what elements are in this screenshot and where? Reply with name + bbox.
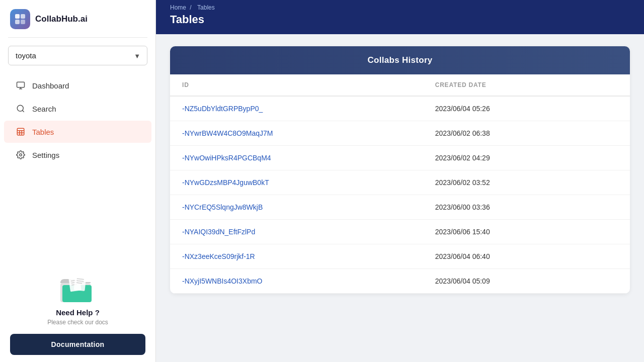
cell-date: 2023/06/02 04:29 bbox=[423, 146, 630, 170]
breadcrumb: Home / Tables bbox=[170, 4, 630, 11]
table-row[interactable]: -NZ5uDbYldtGRPBypP0_2023/06/04 05:26 bbox=[170, 96, 630, 121]
table-row[interactable]: -NYAIQI39dN_EftFzlPd2023/06/06 15:40 bbox=[170, 220, 630, 244]
search-icon bbox=[16, 104, 25, 113]
sidebar-item-search[interactable]: Search bbox=[4, 98, 151, 120]
svg-rect-4 bbox=[17, 82, 25, 87]
content-area: Collabs History ID CREATED DATE -NZ5uDbY… bbox=[156, 34, 644, 362]
svg-rect-2 bbox=[15, 20, 20, 24]
cell-id: -NZ5uDbYldtGRPBypP0_ bbox=[170, 96, 423, 121]
help-title: Need Help ? bbox=[56, 308, 100, 317]
monitor-icon bbox=[16, 81, 25, 90]
table-card-header: Collabs History bbox=[170, 46, 630, 74]
cell-date: 2023/06/04 06:40 bbox=[423, 244, 630, 269]
breadcrumb-separator: / bbox=[190, 4, 193, 11]
sidebar-item-tables-label: Tables bbox=[32, 128, 54, 136]
page-header: Home / Tables Tables bbox=[156, 0, 644, 34]
cell-date: 2023/06/04 05:09 bbox=[423, 269, 630, 294]
documentation-button[interactable]: Documentation bbox=[10, 334, 145, 355]
svg-rect-0 bbox=[15, 14, 20, 19]
svg-rect-9 bbox=[17, 128, 24, 135]
sidebar-item-dashboard[interactable]: Dashboard bbox=[4, 74, 151, 97]
cell-id: -NYwGDzsMBP4JguwB0kT bbox=[170, 170, 423, 195]
table-row[interactable]: -NXyjI5WNBIs4OI3XbmO2023/06/04 05:09 bbox=[170, 269, 630, 294]
nav-menu: Dashboard Search Tables bbox=[0, 69, 155, 171]
table-row[interactable]: -NYwGDzsMBP4JguwB0kT2023/06/02 03:52 bbox=[170, 170, 630, 195]
breadcrumb-current: Tables bbox=[197, 4, 215, 11]
main-content: Home / Tables Tables Collabs History ID … bbox=[156, 0, 644, 362]
sidebar-item-search-label: Search bbox=[32, 105, 56, 113]
table-row[interactable]: -NYCrEQ5SlqngJw8WkjB2023/06/00 03:36 bbox=[170, 195, 630, 220]
help-subtitle: Please check our docs bbox=[47, 319, 108, 326]
tenant-dropdown-wrap: toyotahondabmw ▼ bbox=[0, 38, 155, 69]
sidebar-item-settings[interactable]: Settings bbox=[4, 144, 151, 166]
table-title: Collabs History bbox=[367, 55, 432, 65]
settings-icon bbox=[16, 150, 25, 159]
table-row[interactable]: -NXz3eeKceS09rjkf-1R2023/06/04 06:40 bbox=[170, 244, 630, 269]
breadcrumb-home[interactable]: Home bbox=[170, 4, 186, 11]
collabs-history-card: Collabs History ID CREATED DATE -NZ5uDbY… bbox=[170, 46, 630, 294]
col-header-date: CREATED DATE bbox=[423, 74, 630, 96]
svg-line-8 bbox=[22, 110, 24, 112]
collabs-table: ID CREATED DATE -NZ5uDbYldtGRPBypP0_2023… bbox=[170, 74, 630, 294]
help-illustration bbox=[55, 268, 101, 308]
cell-date: 2023/06/02 03:52 bbox=[423, 170, 630, 195]
sidebar: CollabHub.ai toyotahondabmw ▼ Dashboard bbox=[0, 0, 156, 362]
cell-id: -NYCrEQ5SlqngJw8WkjB bbox=[170, 195, 423, 220]
table-body: -NZ5uDbYldtGRPBypP0_2023/06/04 05:26-NYw… bbox=[170, 96, 630, 294]
col-header-id: ID bbox=[170, 74, 423, 96]
svg-point-7 bbox=[17, 105, 23, 111]
tables-icon bbox=[16, 127, 25, 136]
logo-area: CollabHub.ai bbox=[0, 0, 155, 37]
sidebar-item-settings-label: Settings bbox=[32, 151, 59, 159]
logo-icon bbox=[10, 9, 30, 29]
svg-rect-3 bbox=[21, 20, 25, 24]
app-name: CollabHub.ai bbox=[35, 14, 88, 24]
sidebar-item-dashboard-label: Dashboard bbox=[32, 81, 69, 90]
cell-id: -NYwrBW4W4C8O9MaqJ7M bbox=[170, 121, 423, 146]
svg-point-14 bbox=[20, 154, 22, 156]
cell-date: 2023/06/06 15:40 bbox=[423, 220, 630, 244]
table-row[interactable]: -NYwrBW4W4C8O9MaqJ7M2023/06/02 06:38 bbox=[170, 121, 630, 146]
table-row[interactable]: -NYwOwiHPksR4PGCBqM42023/06/02 04:29 bbox=[170, 146, 630, 170]
table-header-row: ID CREATED DATE bbox=[170, 74, 630, 96]
cell-id: -NYwOwiHPksR4PGCBqM4 bbox=[170, 146, 423, 170]
cell-date: 2023/06/02 06:38 bbox=[423, 121, 630, 146]
cell-id: -NXz3eeKceS09rjkf-1R bbox=[170, 244, 423, 269]
cell-date: 2023/06/00 03:36 bbox=[423, 195, 630, 220]
sidebar-item-tables[interactable]: Tables bbox=[4, 121, 151, 143]
cell-id: -NXyjI5WNBIs4OI3XbmO bbox=[170, 269, 423, 294]
svg-rect-1 bbox=[21, 14, 25, 19]
cell-id: -NYAIQI39dN_EftFzlPd bbox=[170, 220, 423, 244]
cell-date: 2023/06/04 05:26 bbox=[423, 96, 630, 121]
help-section: Need Help ? Please check our docs Docume… bbox=[0, 258, 155, 362]
page-title: Tables bbox=[170, 13, 630, 26]
tenant-dropdown[interactable]: toyotahondabmw bbox=[8, 46, 147, 65]
